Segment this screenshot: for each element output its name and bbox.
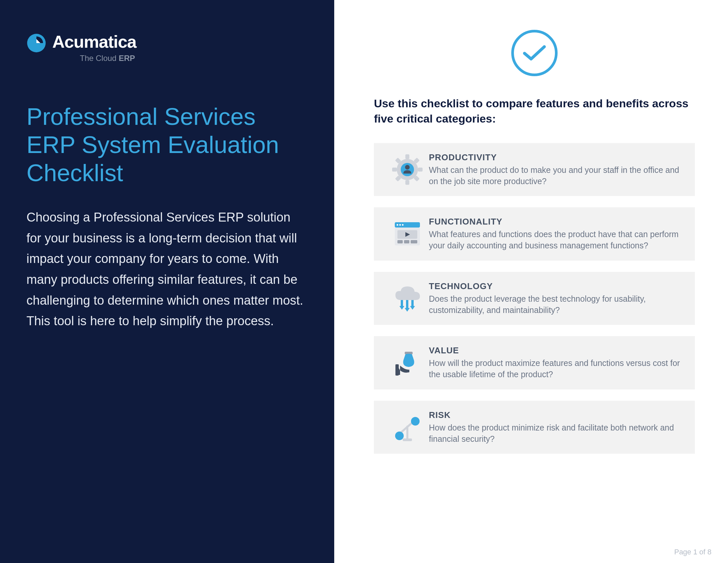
intro-paragraph: Choosing a Professional Services ERP sol…: [26, 207, 308, 332]
page-title: Professional Services ERP System Evaluat…: [26, 103, 308, 187]
category-desc: What features and functions does the pro…: [429, 229, 683, 251]
scale-balance-icon: [386, 411, 429, 444]
category-desc: How will the product maximize features a…: [429, 358, 683, 380]
right-panel: Use this checklist to compare features a…: [334, 0, 728, 563]
category-desc: What can the product do to make you and …: [429, 164, 683, 187]
svg-point-13: [397, 224, 398, 225]
category-title: RISK: [429, 410, 683, 420]
svg-point-14: [399, 224, 401, 225]
brand-tagline-prefix: The Cloud: [80, 54, 118, 63]
browser-play-icon: [386, 217, 429, 251]
category-title: FUNCTIONALITY: [429, 216, 683, 227]
category-desc: How does the product minimize risk and f…: [429, 422, 683, 445]
category-functionality: FUNCTIONALITY What features and function…: [374, 207, 695, 260]
svg-marker-27: [410, 306, 415, 310]
svg-rect-26: [411, 300, 414, 307]
svg-rect-2: [405, 180, 409, 185]
category-technology: TECHNOLOGY Does the product leverage the…: [374, 272, 695, 325]
svg-marker-25: [405, 308, 410, 312]
category-title: VALUE: [429, 346, 683, 356]
svg-rect-12: [395, 222, 420, 227]
category-title: PRODUCTIVITY: [429, 152, 683, 163]
svg-point-15: [402, 224, 404, 225]
page-number: Page 1 of 8: [674, 548, 711, 556]
brand-logo: Acumatica The Cloud ERP: [26, 33, 308, 63]
category-title: TECHNOLOGY: [429, 281, 683, 292]
svg-marker-23: [399, 306, 404, 310]
svg-rect-20: [404, 240, 409, 243]
category-productivity: PRODUCTIVITY What can the product do to …: [374, 143, 695, 196]
left-panel: Acumatica The Cloud ERP Professional Ser…: [0, 0, 334, 563]
svg-point-33: [395, 432, 404, 440]
svg-rect-24: [406, 300, 408, 309]
gear-user-icon: [386, 153, 429, 186]
svg-rect-29: [395, 364, 399, 376]
svg-rect-3: [392, 167, 397, 171]
brand-tagline-bold: ERP: [119, 54, 135, 63]
categories-intro: Use this checklist to compare features a…: [374, 96, 695, 126]
checkmark-circle-icon: [511, 30, 558, 76]
svg-rect-4: [418, 167, 423, 171]
svg-rect-22: [401, 300, 403, 307]
category-desc: Does the product leverage the best techn…: [429, 294, 683, 316]
category-risk: RISK How does the product minimize risk …: [374, 401, 695, 454]
category-value: VALUE How will the product maximize feat…: [374, 336, 695, 390]
svg-rect-32: [403, 439, 412, 441]
brand-mark-icon: [26, 33, 46, 53]
svg-point-34: [411, 417, 420, 426]
cloud-download-icon: [386, 282, 429, 315]
svg-rect-21: [411, 240, 417, 243]
svg-rect-1: [405, 154, 409, 159]
svg-point-11: [405, 165, 410, 169]
svg-rect-19: [397, 240, 403, 243]
brand-name: Acumatica: [52, 33, 136, 50]
money-hand-icon: [386, 347, 429, 380]
brand-tagline: The Cloud ERP: [80, 54, 135, 63]
